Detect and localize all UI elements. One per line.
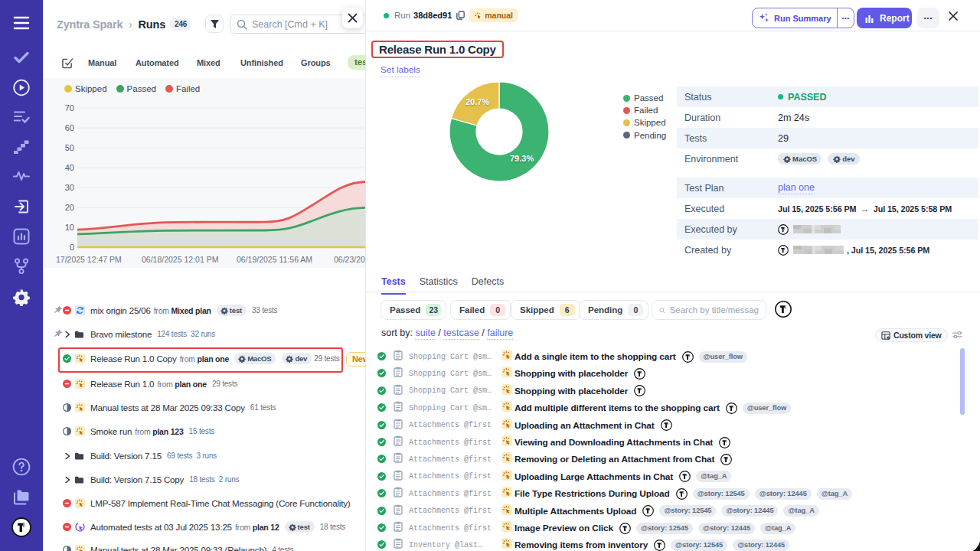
svg-text:30: 30 bbox=[65, 183, 74, 192]
svg-text:60: 60 bbox=[65, 123, 74, 132]
svg-text:50: 50 bbox=[65, 143, 74, 152]
svg-text:10: 10 bbox=[65, 223, 74, 232]
svg-text:40: 40 bbox=[65, 163, 74, 172]
svg-text:0: 0 bbox=[70, 243, 74, 252]
svg-text:70: 70 bbox=[65, 103, 74, 112]
svg-text:20: 20 bbox=[65, 203, 74, 212]
